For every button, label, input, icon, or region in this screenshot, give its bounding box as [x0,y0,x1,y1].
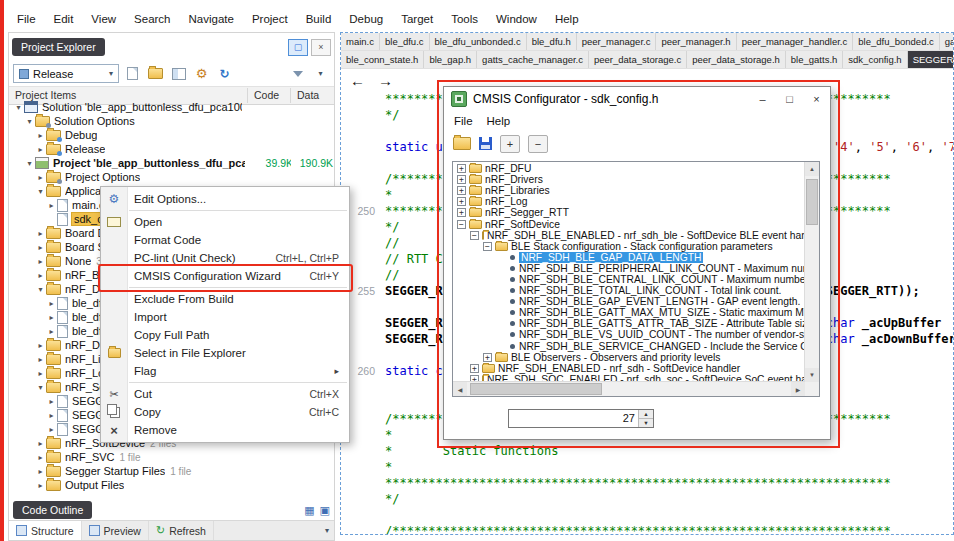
dialog-menu-help[interactable]: Help [480,113,518,129]
config-tree-item-nrf-sdh-ble-gatts-attr-tab-size-attribut[interactable]: NRF_SDH_BLE_GATTS_ATTR_TAB_SIZE - Attrib… [454,318,804,329]
expander-icon[interactable]: ▸ [46,327,57,336]
scroll-right-icon[interactable]: ▶ [791,382,805,396]
config-tree-item-nrf-sdh-ble-gap-data-length[interactable]: NRF_SDH_BLE_GAP_DATA_LENGTH [454,252,804,263]
scroll-left-icon[interactable]: ◀ [453,382,467,396]
menubar-item-edit[interactable]: Edit [45,10,83,28]
config-tree-item-nrf-sdh-ble-gap-event-length-gap-event-l[interactable]: NRF_SDH_BLE_GAP_EVENT_LENGTH - GAP event… [454,296,804,307]
config-tree-item-ble-stack-configuration-stack-configurat[interactable]: −BLE Stack configuration - Stack configu… [454,241,804,252]
horizontal-scrollbar[interactable]: ◀ ▶ [453,381,805,396]
tab-refresh[interactable]: ↻Refresh [149,521,214,540]
expander-icon[interactable]: ▸ [35,243,46,252]
config-tree-item-nrf-sdh-ble-total-link-count-total-link-[interactable]: NRF_SDH_BLE_TOTAL_LINK_COUNT - Total lin… [454,285,804,296]
context-menu-item-exclude-from-build[interactable]: Exclude From Build [101,290,349,308]
expander-icon[interactable]: ▸ [35,229,46,238]
expander-icon[interactable]: ▸ [35,257,46,266]
menubar-item-navigate[interactable]: Navigate [180,10,243,28]
float-panel-button[interactable]: ▢ [288,39,308,56]
new-file-button[interactable] [123,64,142,83]
chevron-down-icon[interactable]: ▾ [325,526,329,535]
menubar-item-file[interactable]: File [8,10,45,28]
tree-item-solution-options[interactable]: ▾Solution Options [9,114,334,128]
context-menu-item-flag[interactable]: Flag▸ [101,362,349,380]
editor-tab-gatt-cache-manager-c[interactable]: gatt_cache_manager.c [940,33,953,50]
expander-icon[interactable]: ▾ [35,383,46,392]
config-tree-item-nrf-sdh-ble-vs-uuid-count-the-number-of-[interactable]: NRF_SDH_BLE_VS_UUID_COUNT - The number o… [454,329,804,340]
scrollbar-thumb[interactable] [470,383,602,395]
tree-item-project-options[interactable]: ▸Project Options [9,170,334,184]
context-menu-item-open[interactable]: Open [101,213,349,231]
tree-item-nrf-svc[interactable]: ▸nRF_SVC1 file [9,450,334,464]
expander-icon[interactable]: ▸ [35,341,46,350]
tree-item-solution-ble-app-buttonless-dfu-pca10056[interactable]: ▾Solution 'ble_app_buttonless_dfu_pca100… [9,100,334,114]
expander-icon[interactable]: ▾ [13,103,24,112]
expander-icon[interactable]: ▸ [35,131,46,140]
tab-preview[interactable]: Preview [82,521,149,540]
editor-tab-peer-manager-handler-c[interactable]: peer_manager_handler.c [737,33,854,50]
expander-icon[interactable]: ▸ [46,299,57,308]
editor-tab-ble-gap-h[interactable]: ble_gap.h [424,51,477,68]
minimize-button[interactable]: – [749,87,776,111]
expander-icon[interactable]: ▸ [35,145,46,154]
collapse-all-button[interactable]: − [528,135,548,153]
config-tree-item-nrf-softdevice[interactable]: −nRF_SoftDevice [454,218,804,229]
expander-icon[interactable]: ▸ [46,411,57,420]
navigate-back-icon[interactable]: ← [350,72,365,89]
context-menu-item-format-code[interactable]: Format Code [101,231,349,249]
tree-item-project-ble-app-buttonless-dfu-pca10056-[interactable]: ▾Project 'ble_app_buttonless_dfu_pca1005… [9,156,334,170]
tree-item-release[interactable]: ▸Release [9,142,334,156]
expander-icon[interactable]: ▸ [46,397,57,406]
context-menu-item-copy-full-path[interactable]: Copy Full Path [101,326,349,344]
context-menu-item-remove[interactable]: ×Remove [101,421,349,439]
menubar-item-project[interactable]: Project [243,10,297,28]
config-tree-item-nrf-drivers[interactable]: +nRF_Drivers [454,174,804,185]
expander-plus-icon[interactable]: + [457,208,466,217]
editor-tab-peer-manager-c[interactable]: peer_manager.c [577,33,657,50]
menubar-item-window[interactable]: Window [487,10,546,28]
value-field[interactable]: 27 [509,410,638,427]
config-tree-item-nrf-segger-rtt[interactable]: +nRF_Segger_RTT [454,207,804,218]
expander-icon[interactable]: ▸ [46,425,57,434]
maximize-button[interactable]: □ [776,87,803,111]
build-configuration-select[interactable]: Release ▾ [13,64,119,83]
value-spinner-input[interactable]: 27 ▲ ▼ [508,409,654,428]
expander-icon[interactable]: ▸ [46,313,57,322]
context-menu-item-pc-lint-unit-check[interactable]: PC-lint (Unit Check)Ctrl+L, Ctrl+P [101,249,349,267]
menubar-item-search[interactable]: Search [125,10,179,28]
config-tree-item-nrf-sdh-ble-service-changed-include-the-[interactable]: NRF_SDH_BLE_SERVICE_CHANGED - Include th… [454,341,804,352]
editor-tab-ble-dfu-c[interactable]: ble_dfu.c [380,33,430,50]
expander-plus-icon[interactable]: + [457,164,466,173]
editor-tab-segger-rtt-c[interactable]: SEGGER_RTT.c [908,51,953,68]
navigate-forward-icon[interactable]: → [378,72,393,89]
editor-tab-ble-dfu-h[interactable]: ble_dfu.h [527,33,577,50]
expander-icon[interactable]: ▸ [46,201,57,210]
expander-icon[interactable]: ▾ [24,117,35,126]
tab-structure[interactable]: Structure [9,521,82,540]
context-menu-item-copy[interactable]: CopyCtrl+C [101,403,349,421]
spin-up-icon[interactable]: ▲ [639,410,653,418]
expander-minus-icon[interactable]: − [483,242,492,251]
folder-button[interactable] [146,64,165,83]
config-tree-item-nrf-sdh-ble-peripheral-link-count-maximu[interactable]: NRF_SDH_BLE_PERIPHERAL_LINK_COUNT - Maxi… [454,263,804,274]
expander-icon[interactable]: ▸ [35,481,46,490]
editor-tab-ble-dfu-bonded-c[interactable]: ble_dfu_bonded.c [853,33,940,50]
config-tree-item-nrf-sdh-soc-enabled-nrf-sdh-soc-softdevi[interactable]: +NRF_SDH_SOC_ENABLED - nrf_sdh_soc - Sof… [454,374,804,381]
expand-all-button[interactable]: + [500,135,520,153]
tree-item-segger-startup-files[interactable]: ▸Segger Startup Files1 file [9,464,334,478]
context-menu-item-cut[interactable]: ✂CutCtrl+X [101,385,349,403]
sync-button[interactable]: ↻ [215,64,234,83]
close-button[interactable]: × [803,87,830,111]
dialog-title-bar[interactable]: CMSIS Configurator - sdk_config.h – □ × [444,87,830,111]
editor-tab-peer-data-storage-h[interactable]: peer_data_storage.h [687,51,786,68]
expander-icon[interactable]: ▸ [35,355,46,364]
menubar-item-build[interactable]: Build [297,10,341,28]
context-menu-item-cmsis-configuration-wizard[interactable]: CMSIS Configuration WizardCtrl+Y [101,267,349,285]
save-icon[interactable] [479,137,492,150]
editor-tab-peer-data-storage-c[interactable]: peer_data_storage.c [589,51,687,68]
toolbar-menu-button[interactable]: ▾ [311,64,330,83]
vertical-scrollbar[interactable]: ▲ ▼ [804,162,819,382]
expander-icon[interactable]: ▾ [35,285,46,294]
context-menu-item-edit-options[interactable]: ⚙Edit Options... [101,190,349,208]
close-panel-button[interactable]: × [311,39,331,56]
expander-minus-icon[interactable]: − [470,231,479,240]
config-tree-item-nrf-sdh-ble-gatt-max-mtu-size-static-max[interactable]: NRF_SDH_BLE_GATT_MAX_MTU_SIZE - Static m… [454,307,804,318]
